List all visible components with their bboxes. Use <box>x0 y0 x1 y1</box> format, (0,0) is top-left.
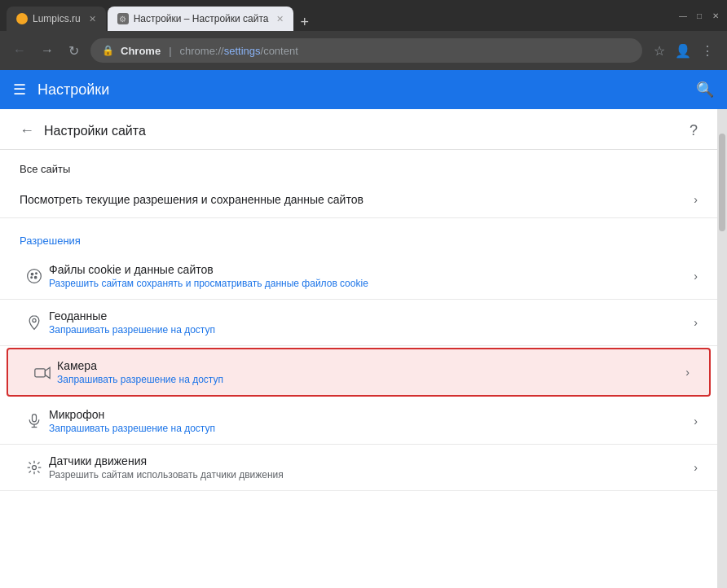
title-bar: Lumpics.ru ✕ ⚙ Настройки – Настройки сай… <box>0 0 727 31</box>
scrollbar-track[interactable] <box>717 109 727 588</box>
tab-settings[interactable]: ⚙ Настройки – Настройки сайта ✕ <box>108 7 294 31</box>
all-sites-link-text: Посмотреть текущие разрешения и сохранен… <box>20 193 694 206</box>
tab-lumpics-close[interactable]: ✕ <box>89 14 96 24</box>
back-button[interactable]: ← <box>10 40 29 61</box>
cookies-text: Файлы cookie и данные сайтов Разрешить с… <box>49 263 694 289</box>
section-title: Настройки сайта <box>44 124 690 138</box>
address-bar: ← → ↻ 🔒 Chrome | chrome://settings/conte… <box>0 31 727 70</box>
url-brand: Chrome <box>121 45 161 57</box>
svg-rect-8 <box>33 415 37 422</box>
address-actions: ☆ 👤 ⋮ <box>650 40 717 62</box>
url-path: chrome://settings/content <box>180 45 298 57</box>
content-wrapper: ← Настройки сайта ? Все сайты Посмотреть… <box>0 109 727 588</box>
settings-header-title: Настройки <box>37 81 109 99</box>
svg-point-5 <box>33 318 36 322</box>
camera-icon <box>28 364 57 380</box>
menu-button[interactable]: ⋮ <box>698 40 717 62</box>
svg-rect-6 <box>35 369 46 377</box>
camera-subtitle: Запрашивать разрешение на доступ <box>57 374 685 385</box>
svg-point-4 <box>31 277 33 279</box>
list-item-camera[interactable]: Камера Запрашивать разрешение на доступ … <box>7 348 711 397</box>
tab-lumpics-label: Lumpics.ru <box>33 13 81 24</box>
profile-button[interactable]: 👤 <box>672 40 694 62</box>
tab-settings-close[interactable]: ✕ <box>276 14 284 24</box>
geodata-arrow-icon: › <box>694 316 698 329</box>
tabs-area: Lumpics.ru ✕ ⚙ Настройки – Настройки сай… <box>7 0 678 31</box>
motion-icon <box>20 459 49 476</box>
svg-point-2 <box>36 273 37 274</box>
browser-window: Lumpics.ru ✕ ⚙ Настройки – Настройки сай… <box>0 0 727 588</box>
svg-point-11 <box>33 466 37 470</box>
bookmark-button[interactable]: ☆ <box>650 40 668 62</box>
motion-arrow-icon: › <box>694 461 698 474</box>
tab-lumpics[interactable]: Lumpics.ru ✕ <box>7 7 106 31</box>
cookies-icon <box>20 268 49 284</box>
minimize-button[interactable]: — <box>678 11 688 20</box>
camera-title: Камера <box>57 359 685 372</box>
lumpics-favicon <box>16 13 28 24</box>
section-header-row: ← Настройки сайта ? <box>0 109 717 150</box>
main-content: ← Настройки сайта ? Все сайты Посмотреть… <box>0 109 717 588</box>
list-item-microphone[interactable]: Микрофон Запрашивать разрешение на досту… <box>0 398 717 445</box>
geodata-icon <box>20 314 49 331</box>
close-button[interactable]: ✕ <box>711 11 720 20</box>
settings-search-icon[interactable]: 🔍 <box>696 81 714 99</box>
maximize-button[interactable]: □ <box>694 11 704 20</box>
cookies-title: Файлы cookie и данные сайтов <box>49 263 694 276</box>
microphone-text: Микрофон Запрашивать разрешение на досту… <box>49 408 694 434</box>
geodata-subtitle: Запрашивать разрешение на доступ <box>49 324 694 336</box>
hamburger-icon[interactable]: ☰ <box>13 81 26 99</box>
motion-subtitle: Разрешить сайтам использовать датчики дв… <box>49 469 694 480</box>
svg-point-0 <box>28 270 42 283</box>
all-sites-label: Все сайты <box>0 150 717 182</box>
microphone-title: Микрофон <box>49 408 694 421</box>
url-highlight: settings <box>224 45 261 57</box>
permissions-label: Разрешения <box>0 218 717 253</box>
camera-text: Камера Запрашивать разрешение на доступ <box>57 359 685 385</box>
list-item-geodata[interactable]: Геоданные Запрашивать разрешение на дост… <box>0 300 717 346</box>
url-bar[interactable]: 🔒 Chrome | chrome://settings/content <box>90 38 642 63</box>
page-inner: ← Настройки сайта ? Все сайты Посмотреть… <box>0 109 717 507</box>
settings-favicon: ⚙ <box>117 13 129 24</box>
all-sites-row[interactable]: Посмотреть текущие разрешения и сохранен… <box>0 182 717 218</box>
all-sites-arrow-icon: › <box>694 193 698 206</box>
cookies-subtitle: Разрешить сайтам сохранять и просматрива… <box>49 278 694 289</box>
settings-header: ☰ Настройки 🔍 <box>0 70 727 109</box>
svg-point-1 <box>31 273 33 275</box>
tab-settings-label: Настройки – Настройки сайта <box>134 13 269 24</box>
svg-marker-7 <box>45 367 50 378</box>
scrollbar-thumb[interactable] <box>719 134 725 231</box>
camera-arrow-icon: › <box>685 366 690 379</box>
new-tab-button[interactable]: + <box>295 14 314 31</box>
url-prefix: chrome:// <box>180 45 224 57</box>
refresh-button[interactable]: ↻ <box>65 40 82 62</box>
motion-text: Датчики движения Разрешить сайтам исполь… <box>49 454 694 480</box>
forward-button[interactable]: → <box>37 40 57 61</box>
help-icon[interactable]: ? <box>690 122 698 139</box>
lock-icon: 🔒 <box>102 45 114 56</box>
geodata-title: Геоданные <box>49 309 694 323</box>
list-item-motion[interactable]: Датчики движения Разрешить сайтам исполь… <box>0 445 717 491</box>
microphone-icon <box>20 413 49 429</box>
microphone-subtitle: Запрашивать разрешение на доступ <box>49 423 694 434</box>
svg-point-3 <box>34 276 37 279</box>
settings-header-left: ☰ Настройки <box>13 81 109 99</box>
motion-title: Датчики движения <box>49 454 694 467</box>
url-suffix: /content <box>261 45 298 57</box>
geodata-text: Геоданные Запрашивать разрешение на дост… <box>49 309 694 336</box>
cookies-arrow-icon: › <box>694 270 698 283</box>
microphone-arrow-icon: › <box>694 415 698 428</box>
window-controls: — □ ✕ <box>678 11 720 20</box>
section-back-button[interactable]: ← <box>20 122 34 139</box>
list-item-cookies[interactable]: Файлы cookie и данные сайтов Разрешить с… <box>0 253 717 300</box>
url-separator: | <box>169 45 171 57</box>
